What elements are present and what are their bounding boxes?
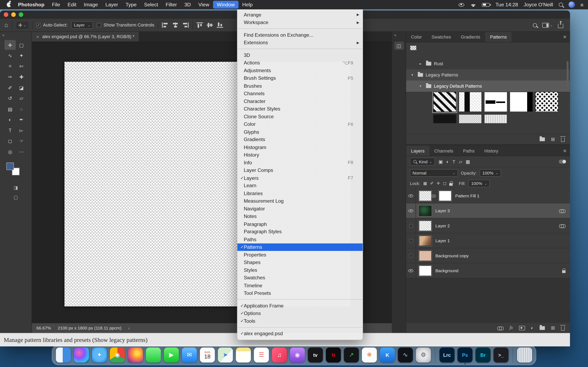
window-menu-item-patterns[interactable]: ✓Patterns [237,243,363,251]
window-menu-item-tools[interactable]: ✓Tools [237,317,363,325]
window-menu-item-histogram[interactable]: Histogram [237,143,363,151]
mask-link-icon[interactable] [432,195,436,197]
layer-row-pattern-fill-1[interactable]: Pattern Fill 1 [406,188,570,203]
filter-kind-dropdown[interactable]: Kind ⌄ [410,158,435,166]
window-menu-item-adjustments[interactable]: Adjustments [237,67,363,75]
layer-thumbnail[interactable] [419,205,432,216]
quick-selection-tool[interactable]: ✦ [16,51,27,60]
align-center-horizontal-icon[interactable] [172,22,179,28]
dock-siri[interactable] [74,347,89,362]
eraser-tool[interactable]: ▱ [16,93,27,103]
visibility-toggle[interactable] [406,263,416,278]
layer-thumbnail[interactable] [419,235,432,246]
color-swatches[interactable] [0,162,31,180]
layer-mask-thumbnail[interactable] [439,191,451,201]
window-menu-item-info[interactable]: InfoF8 [237,159,363,167]
dock-notes[interactable] [236,347,251,362]
layer-name[interactable]: Background copy [435,253,468,258]
pattern-swatch-fine-checker[interactable] [458,114,482,123]
delete-layer-icon[interactable] [561,326,565,331]
pattern-group-legacy-default-patterns[interactable]: ▾Legacy Default Patterns [406,81,570,92]
patterns-tab-patterns[interactable]: Patterns [485,32,512,42]
window-menu-item-paragraph[interactable]: Paragraph [237,220,363,228]
menubar-item-select[interactable]: Select [140,1,162,9]
pattern-swatch-black-right-edge[interactable] [510,92,533,112]
window-menu-item-learn[interactable]: Learn [237,182,363,190]
dock-reminders[interactable]: ☰ [254,347,269,362]
dock-chrome[interactable]: ◉ [110,347,125,362]
visibility-toggle[interactable] [406,203,416,218]
patterns-tab-color[interactable]: Color [406,32,426,42]
adjustment-layer-icon[interactable]: ◐ [531,325,534,331]
layers-tab-history[interactable]: History [479,146,503,156]
pattern-swatch-diagonal-stripes[interactable] [433,92,456,112]
clone-stamp-tool[interactable]: ◪ [16,83,27,92]
edit-toolbar-icon[interactable]: ⋯ [16,147,27,157]
chevron-down-icon[interactable]: ▾ [411,73,415,77]
dock-trash[interactable] [517,347,532,362]
history-brush-tool[interactable]: ↺ [4,93,16,103]
layer-row-background[interactable]: Background [406,263,570,278]
menubar-user-name[interactable]: Joyce O'Neill [524,2,553,8]
filter-smart-object-icon[interactable]: ▩ [466,159,470,165]
pen-tool[interactable]: ✒ [16,115,27,125]
scrollbar[interactable] [567,61,568,87]
window-menu-item-shapes[interactable]: Shapes [237,259,363,266]
window-menu-item-alex-engaged-psd[interactable]: ✓alex engaged.psd [237,330,363,337]
dock-lightroom[interactable]: Lrc [440,347,454,362]
layer-row-layer-1[interactable]: Layer 1 [406,233,570,248]
window-menu-item-tool-presets[interactable]: Tool Presets [237,289,363,297]
workspace-layout-dropdown[interactable]: ⌄ [542,23,553,27]
panel-menu-icon[interactable]: ≡ [560,32,570,42]
filter-image-icon[interactable]: ▣ [438,159,443,165]
dock-settings[interactable]: ⚙ [416,347,431,362]
lock-pixels-icon[interactable]: ✐ [430,181,434,186]
window-menu-item-3d[interactable]: 3D [237,51,363,59]
layer-name[interactable]: Layer 3 [435,208,450,213]
blur-tool[interactable]: ◌ [16,104,27,114]
search-icon[interactable] [533,23,537,27]
menubar-item-view[interactable]: View [195,1,213,9]
window-menu-item-styles[interactable]: Styles [237,266,363,274]
dock-news[interactable]: N [326,347,341,362]
pattern-preview-icon[interactable] [410,45,417,50]
type-tool[interactable]: T [4,125,16,135]
minimize-window-button[interactable] [11,12,16,17]
menubar-item-photoshop[interactable]: Photoshop [14,1,48,9]
align-right-icon[interactable] [182,22,189,28]
layer-style-icon[interactable]: fx [510,325,513,331]
lock-all-icon[interactable] [449,183,453,185]
pattern-swatch-light-weave[interactable] [484,114,507,123]
window-menu-item-libraries[interactable]: Libraries [237,189,363,197]
dock-grapher[interactable]: ∿ [398,347,413,362]
new-pattern-icon[interactable]: ⊞ [551,136,555,142]
pattern-group-legacy-patterns[interactable]: ▾Legacy Patterns [406,69,570,81]
window-menu-item-find-extensions-on-exchange[interactable]: Find Extensions on Exchange... [237,31,363,39]
zoom-tool[interactable]: ◎ [4,147,16,157]
visibility-toggle[interactable] [406,188,416,203]
panel-menu-icon[interactable]: ≡ [560,146,570,156]
close-window-button[interactable] [4,12,8,17]
menubar-item-type[interactable]: Type [122,1,140,9]
wifi-icon[interactable] [470,2,476,7]
menubar-item-edit[interactable]: Edit [64,1,80,9]
window-menu-item-brush-settings[interactable]: Brush SettingsF5 [237,75,363,82]
dock-firefox[interactable] [128,347,143,362]
brush-tool[interactable]: ✐ [4,83,16,92]
window-menu-item-character[interactable]: Character [237,98,363,105]
dock-photos[interactable]: ❋ [362,347,377,362]
menubar-item-layer[interactable]: Layer [102,1,122,9]
dock-music[interactable]: ♫ [272,347,287,362]
zoom-level[interactable]: 66.67% [36,326,51,330]
pattern-swatch-dark-band[interactable] [433,114,456,123]
gradient-tool[interactable]: ▤ [4,104,16,114]
slice-tool[interactable]: ✄ [16,61,27,71]
menubar-item-help[interactable]: Help [238,1,256,9]
window-menu-item-color[interactable]: ColorF6 [237,120,363,128]
align-center-vertical-icon[interactable] [207,22,213,28]
layers-tab-channels[interactable]: Channels [429,146,458,156]
window-menu-item-extensions[interactable]: Extensions▶ [237,39,363,47]
home-icon[interactable]: ⌂ [4,22,8,29]
patterns-tab-swatches[interactable]: Swatches [427,32,456,42]
filter-toggle-switch[interactable] [559,159,566,164]
